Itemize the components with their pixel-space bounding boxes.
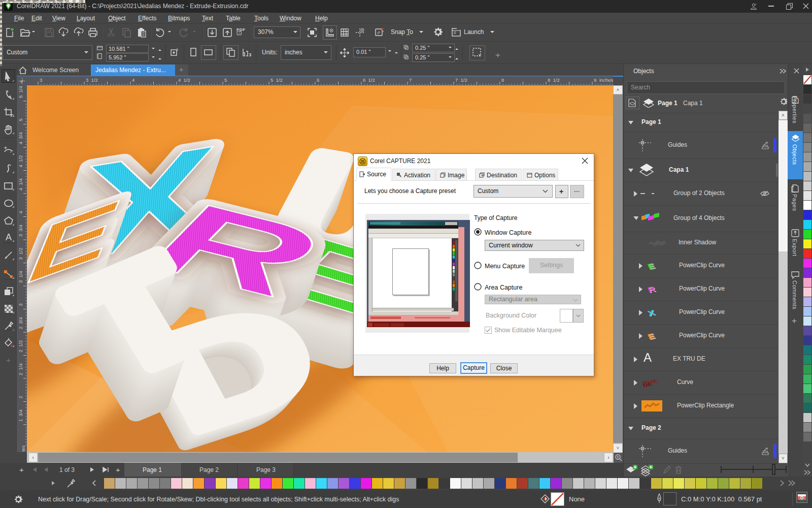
svg-text:4 1/2: 4 1/2 — [18, 155, 23, 168]
svg-text:3: 3 — [18, 303, 23, 306]
svg-text:E: E — [646, 261, 656, 271]
svg-text:4 1/4: 4 1/4 — [18, 178, 23, 190]
svg-text:5: 5 — [18, 118, 23, 121]
svg-text:6: 6 — [317, 77, 319, 83]
svg-text:E: E — [646, 331, 656, 341]
svg-text:3 1/4: 3 1/4 — [18, 271, 23, 283]
svg-text:5: 5 — [224, 77, 227, 83]
svg-text:2 1/2: 2 1/2 — [18, 340, 23, 353]
svg-text:7 1/2: 7 1/2 — [455, 77, 467, 83]
svg-text:9: 9 — [594, 77, 596, 83]
svg-text:3 1/2: 3 1/2 — [86, 77, 98, 83]
svg-text:3: 3 — [40, 77, 42, 83]
svg-text:4: 4 — [18, 211, 23, 213]
svg-text:2: 2 — [18, 396, 23, 398]
svg-text:3 1/2: 3 1/2 — [18, 248, 23, 260]
svg-text:8 1/2: 8 1/2 — [548, 77, 560, 83]
svg-text:4 3/4: 4 3/4 — [18, 132, 23, 144]
svg-text:1 3/4: 1 3/4 — [18, 409, 23, 422]
svg-text:5 1/2: 5 1/2 — [270, 77, 283, 83]
svg-text:3 3/4: 3 3/4 — [18, 225, 23, 237]
svg-text:4: 4 — [132, 77, 134, 83]
svg-text:inches: inches — [599, 77, 613, 83]
svg-text:7: 7 — [409, 77, 412, 83]
svg-text:4 1/2: 4 1/2 — [178, 77, 190, 83]
svg-text:2 3/4: 2 3/4 — [18, 317, 23, 329]
svg-text:6 1/2: 6 1/2 — [363, 77, 375, 83]
svg-text:2 1/4: 2 1/4 — [18, 363, 23, 375]
svg-text:A: A — [6, 232, 12, 242]
svg-text:8: 8 — [501, 77, 504, 83]
svg-text:5 1/4: 5 1/4 — [18, 86, 23, 98]
